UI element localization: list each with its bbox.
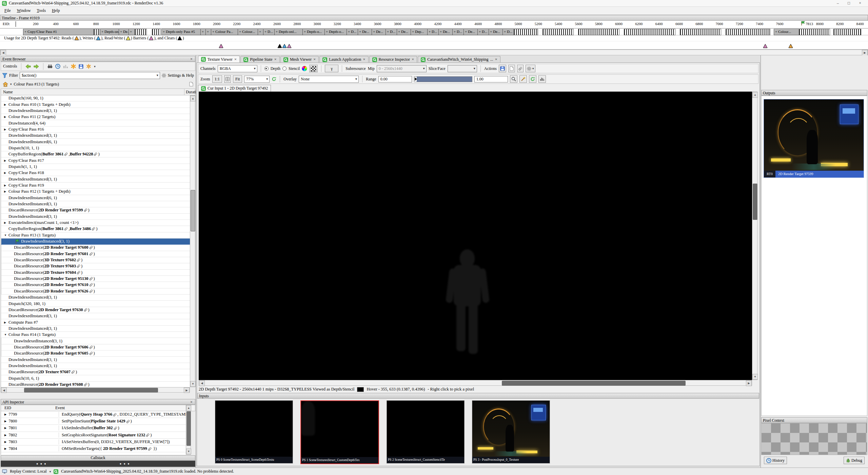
event-row[interactable]: ▶Colour Pass #12 (1 Targets + Depth)	[1, 189, 190, 195]
chevron-right-icon[interactable]: ▶	[4, 440, 6, 443]
event-row[interactable]: ▶Copy/Clear Pass #17	[1, 157, 190, 164]
chevron-down-icon[interactable]: ▼	[4, 234, 8, 237]
scroll-down-icon[interactable]	[752, 374, 758, 380]
timeline-pass[interactable]: + D...	[477, 29, 489, 35]
histogram-icon[interactable]	[538, 75, 546, 83]
close-icon[interactable]	[189, 57, 194, 61]
next-event-icon[interactable]	[34, 64, 39, 69]
prev-event-icon[interactable]	[25, 64, 31, 69]
chevron-right-icon[interactable]: ▶	[4, 221, 8, 224]
event-row[interactable]: ▶Colour Pass #11 (2 Targets)	[1, 114, 190, 120]
texture-display[interactable]	[199, 92, 752, 380]
output-thumbnail[interactable]: RT0 2D Render Target 97599	[764, 99, 864, 178]
chevron-right-icon[interactable]: ▶	[4, 184, 8, 187]
event-breadcrumb[interactable]: ▾ Colour Pass #13 (1 Targets)	[1, 80, 195, 89]
gamma-wheel-icon[interactable]	[302, 66, 307, 71]
scroll-left-icon[interactable]	[0, 50, 6, 56]
refresh-icon[interactable]	[272, 77, 276, 81]
event-row[interactable]: DiscardResource(2D Render Target 95130)	[1, 276, 190, 282]
usage-marker-icon[interactable]	[287, 44, 292, 48]
timeline-pass[interactable]: + D...	[452, 29, 464, 35]
range-slider[interactable]	[414, 76, 472, 82]
texture-hscrollbar[interactable]	[199, 380, 752, 386]
api-call-row[interactable]: ▶7803IASetVertexBuffers(0, D3D12_VERTEX_…	[1, 439, 186, 445]
timeline-pass[interactable]: + D...	[386, 29, 397, 35]
close-icon[interactable]	[412, 57, 414, 62]
event-row[interactable]: Dispatch(10, 1, 1)	[1, 145, 190, 151]
event-row[interactable]: ▶Colour Pass #10 (1 Targets + Depth)	[1, 101, 190, 108]
api-eid-cell[interactable]: ▶7800	[1, 419, 59, 424]
resource-link[interactable]: 2D Texture 97604	[44, 270, 76, 275]
resource-link[interactable]: Query Heap 3766	[81, 412, 113, 417]
timeline-pass[interactable]: + De...	[438, 29, 453, 35]
event-row[interactable]: Dispatch(10, 6, 1)	[1, 375, 190, 381]
chevron-right-icon[interactable]: ▶	[4, 103, 8, 106]
menu-tools[interactable]: Tools	[34, 7, 49, 14]
scroll-up-icon[interactable]	[186, 405, 191, 411]
timeline-pass[interactable]: + De...	[358, 29, 372, 35]
chevron-right-icon[interactable]: ▶	[4, 115, 8, 118]
export-icon[interactable]	[79, 64, 83, 69]
event-row[interactable]: DiscardResource(2D Render Target 97600)	[1, 245, 190, 251]
mip-select[interactable]: 0 - 2560x1440	[377, 65, 427, 72]
minimize-icon[interactable]: –	[837, 1, 839, 6]
close-icon[interactable]	[234, 57, 237, 62]
timeline-pass[interactable]: + De...	[119, 29, 129, 35]
resource-link[interactable]: 2D Texture 97603	[44, 264, 76, 269]
event-row[interactable]: ▶Copy/Clear Pass #18	[1, 170, 190, 176]
resource-link[interactable]: 2D Render Target 97630	[39, 307, 83, 312]
timeline-pass[interactable]: + Copy/Clear Pass #1	[23, 29, 95, 35]
chevron-right-icon[interactable]: ▶	[4, 434, 6, 437]
input-thumbnail[interactable]: PS 2 SceneTexturesStruct_CustomStencilTe	[387, 400, 465, 463]
resource-link[interactable]: 2D Render Target 97608	[39, 382, 83, 387]
timeline-pass[interactable]: +	[205, 29, 211, 35]
chevron-right-icon[interactable]: ▶	[4, 190, 8, 193]
usage-marker-icon[interactable]	[763, 44, 768, 48]
timeline-pass[interactable]: + De...	[372, 29, 386, 35]
menu-window[interactable]: Window	[14, 7, 34, 14]
resource-link[interactable]: Root Signature 1232	[108, 433, 145, 437]
api-vscrollbar[interactable]	[186, 405, 191, 455]
event-row[interactable]: DrawIndexedInstanced(3, 1)	[1, 313, 190, 319]
timeline-pass[interactable]: + Depth-o...	[302, 29, 325, 35]
scroll-left-icon[interactable]	[199, 380, 205, 386]
event-row[interactable]: DiscardResource(2D Render Target 97610)	[1, 282, 190, 288]
replay-context-select[interactable]: Replay Context: Local	[10, 469, 47, 474]
chevron-right-icon[interactable]: ▶	[4, 413, 6, 416]
timeline-pass[interactable]: + Colour Pa...	[211, 29, 238, 35]
chevron-down-icon[interactable]: ▾	[50, 470, 51, 473]
event-row[interactable]: CopyBufferRegion(Buffer 3861, Buffer 348…	[1, 226, 190, 232]
range-handle[interactable]	[415, 77, 417, 81]
api-eid-cell[interactable]: ▶7799	[1, 412, 59, 417]
find-icon[interactable]	[47, 64, 53, 69]
event-row[interactable]: Dispatch(320, 180, 1)	[1, 301, 190, 307]
input-thumbnail[interactable]: PS 3 - PostProcessInput_0_Texture	[472, 400, 550, 463]
timeline-pass[interactable]: + De...	[463, 29, 478, 35]
event-row[interactable]: DrawIndexedInstanced(3, 1)	[1, 108, 190, 114]
event-row[interactable]: DrawIndexedInstanced(3, 1)	[1, 239, 190, 245]
zoom-range-icon[interactable]	[510, 75, 517, 83]
filter-input[interactable]: $action()	[20, 72, 160, 79]
tab-mesh-viewer[interactable]: Mesh Viewer	[280, 56, 319, 63]
usage-marker-icon[interactable]	[282, 44, 287, 48]
event-row[interactable]: ▼Colour Pass #14 (1 Targets)	[1, 332, 190, 338]
event-row[interactable]: DiscardResource(2D Render Target 97626)	[1, 288, 190, 294]
menu-help[interactable]: Help	[49, 7, 63, 14]
event-row[interactable]: DrawIndexedInstanced(3, 1)	[1, 338, 190, 344]
event-row[interactable]: DrawIndexedInstanced(3, 1)	[1, 294, 190, 301]
depth-radio[interactable]	[264, 66, 269, 71]
close-icon[interactable]	[274, 57, 277, 62]
scrollbar-thumb[interactable]	[502, 381, 686, 386]
api-call-row[interactable]: ▶7799EndQuery(Query Heap 3766, D3D12_QUE…	[1, 411, 186, 418]
chevron-right-icon[interactable]: ▶	[4, 447, 6, 450]
scrollbar-thumb[interactable]	[24, 388, 158, 393]
grid-icon[interactable]	[224, 75, 231, 83]
resource-link[interactable]: 2D Render Target 97600	[44, 245, 88, 250]
chevron-down-icon[interactable]: ▾	[94, 65, 96, 68]
event-row[interactable]: DiscardResource(2D Render Target 97606)	[1, 344, 190, 350]
resource-link[interactable]: 2D Render Target 97626	[44, 289, 88, 294]
tab-pipeline-state[interactable]: Pipeline State	[240, 56, 280, 63]
save-texture-icon[interactable]	[499, 65, 506, 72]
scroll-right-icon[interactable]	[746, 380, 752, 386]
api-call-row[interactable]: ▶7802SetGraphicsRootSignature(Root Signa…	[1, 432, 186, 439]
